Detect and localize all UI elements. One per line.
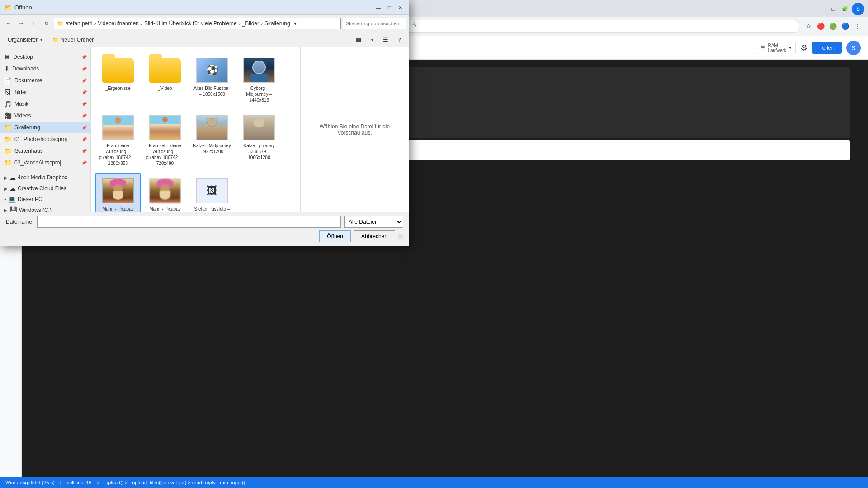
- chrome-ext-3[interactable]: 🔵: [840, 21, 850, 32]
- file-item-ergebnisse[interactable]: _Ergebnisse: [95, 52, 141, 108]
- search-input[interactable]: [346, 21, 408, 26]
- skalierung-icon: 📁: [4, 124, 12, 131]
- dropbox-icon: ☁: [9, 174, 16, 181]
- dialog-titlebar: 📂 Öffnen — □ ✕: [0, 0, 409, 15]
- chrome-menu-icon[interactable]: ⋮: [852, 21, 863, 32]
- sidebar-item-music[interactable]: 🎵 Musik 📌: [0, 98, 90, 110]
- search-icon: 🔍: [410, 20, 417, 27]
- organize-btn[interactable]: Organisieren ▾: [4, 35, 46, 44]
- sidebar-item-skalierung[interactable]: 📁 Skalierung 📌: [0, 122, 90, 133]
- thumb-frau-sehr-klein: [149, 115, 181, 140]
- thumb-katze-mid: [196, 115, 228, 140]
- dialog-sidebar: 🖥 Desktop 📌 ⬇ Downloads 📌 📄 Dokumente 📌 …: [0, 47, 91, 212]
- help-btn[interactable]: ?: [393, 35, 405, 45]
- pictures-icon: 🖼: [4, 89, 10, 96]
- organize-chevron: ▾: [40, 38, 42, 42]
- filename-input[interactable]: [37, 216, 341, 228]
- photoshop-icon: 📁: [4, 136, 12, 143]
- music-icon: 🎵: [4, 100, 12, 108]
- view-list-btn[interactable]: ☰: [380, 35, 392, 45]
- preview-text: Wählen Sie eine Datei für die Vorschau a…: [310, 123, 400, 136]
- status-breadcrumb: upload() > _upload_files() > eval_js() >…: [105, 480, 245, 485]
- search-box[interactable]: 🔍: [343, 18, 406, 29]
- file-item-katze-pix[interactable]: Katze - pixabay 3336579 – 1066x1280: [236, 109, 282, 171]
- new-folder-btn[interactable]: 📁 Neuer Ordner: [49, 35, 97, 44]
- status-executing: Wird ausgeführt (25 s): [5, 480, 55, 485]
- sidebar-group-cc-files[interactable]: ▶ ☁ Creative Cloud Files: [0, 183, 90, 194]
- minimize-icon[interactable]: —: [816, 4, 826, 14]
- windows-c-icon: 💾: [9, 206, 17, 212]
- dialog-back-btn[interactable]: ←: [3, 18, 14, 29]
- new-folder-icon: 📁: [52, 37, 59, 43]
- documents-icon: 📄: [4, 77, 12, 84]
- chrome-ext-2[interactable]: 🟢: [827, 21, 838, 32]
- maximize-icon[interactable]: □: [828, 4, 838, 14]
- dialog-minimize-btn[interactable]: —: [373, 3, 383, 13]
- thumb-frau-klein: [102, 115, 134, 140]
- thumb-stefan: 🖼: [196, 178, 228, 203]
- sidebar-item-desktop[interactable]: 🖥 Desktop 📌: [0, 51, 90, 63]
- file-item-frau-sehr-klein[interactable]: Frau sehr kleine Auflösung – pixabay 186…: [142, 109, 188, 171]
- file-item-frau-klein[interactable]: Frau kleine Auflösung – pixabay 1867421 …: [95, 109, 141, 171]
- file-open-dialog: 📂 Öffnen — □ ✕ ← → ↑ ↻ 📁 stefan petri › …: [0, 0, 409, 246]
- cc-files-icon: ☁: [9, 185, 16, 192]
- dialog-close-btn[interactable]: ✕: [395, 3, 405, 13]
- view-dropdown-btn[interactable]: ▾: [366, 35, 378, 45]
- user-avatar[interactable]: S: [846, 41, 861, 55]
- file-item-katze-mid[interactable]: Katze - Midjourney - 922x1200: [189, 109, 235, 171]
- sidebar-item-photoshop[interactable]: 📁 01_Photoshop.tscproj 📌: [0, 133, 90, 145]
- settings-icon[interactable]: ⚙: [800, 43, 807, 53]
- downloads-icon: ⬇: [4, 65, 9, 72]
- view-icon-btn[interactable]: ▦: [353, 35, 364, 45]
- folder-icon-ergebnisse: [102, 58, 134, 83]
- cancel-button[interactable]: Abbrechen: [354, 230, 395, 242]
- file-item-video[interactable]: _Video: [142, 52, 188, 108]
- dialog-address-bar: ← → ↑ ↻ 📁 stefan petri › Videoaufnahmen …: [0, 15, 409, 32]
- extensions-icon[interactable]: 🧩: [840, 4, 850, 14]
- sidebar-item-documents[interactable]: 📄 Dokumente 📌: [0, 75, 90, 86]
- preview-pane: Wählen Sie eine Datei für die Vorschau a…: [300, 47, 409, 212]
- folder-icon-video: [149, 58, 181, 83]
- share-button[interactable]: Teilen: [812, 42, 842, 54]
- open-button[interactable]: Öffnen: [319, 230, 351, 242]
- filetype-select[interactable]: Alle Dateien: [344, 216, 403, 228]
- dialog-toolbar: Organisieren ▾ 📁 Neuer Ordner ▦ ▾ ☰ ?: [0, 32, 409, 47]
- file-item-mann-blur[interactable]: Mann - Pixabay 613601 – 1280x1280_versch…: [142, 173, 188, 212]
- sidebar-group-dieser-pc[interactable]: ▾ 💻 Dieser PC: [0, 194, 90, 205]
- status-bar: Wird ausgeführt (25 s) | cell line: 16 >…: [0, 477, 868, 488]
- chrome-profile-icon[interactable]: S: [852, 3, 864, 15]
- dialog-up-btn[interactable]: ↑: [28, 18, 39, 29]
- sidebar-item-videos[interactable]: 🎥 Videos 📌: [0, 110, 90, 122]
- ram-indicator: ≡ RAM Laufwerk ▾: [757, 42, 796, 54]
- filename-label: Dateiname:: [6, 219, 33, 225]
- dialog-refresh-btn[interactable]: ↻: [41, 18, 52, 29]
- dialog-forward-btn[interactable]: →: [16, 18, 27, 29]
- sidebar-item-downloads[interactable]: ⬇ Downloads 📌: [0, 63, 90, 75]
- disk-label: Laufwerk: [768, 48, 786, 53]
- thumb-cyborg: [243, 58, 275, 83]
- sidebar-group-windows-c[interactable]: ▶ 💾 Windows (C:): [0, 205, 90, 212]
- file-item-mann-orig[interactable]: Mann - Pixabay 613601 – 1280x1280_origin…: [95, 173, 141, 212]
- file-item-cyborg[interactable]: Cyborg - Midjourney – 1440x816: [236, 52, 282, 108]
- sidebar-group-dropbox[interactable]: ▶ ☁ 4eck Media Dropbox: [0, 172, 90, 183]
- resize-handle[interactable]: [398, 234, 403, 239]
- sidebar-item-gartenhaus[interactable]: 📁 Gartenhaus 📌: [0, 145, 90, 157]
- thumb-fussball: ⚽: [196, 58, 228, 83]
- videos-icon: 🎥: [4, 112, 12, 119]
- gartenhaus-icon: 📁: [4, 147, 12, 155]
- sidebar-item-vanceai[interactable]: 📁 03_VanceAI.tscproj 📌: [0, 157, 90, 169]
- bookmark-icon[interactable]: ☆: [803, 21, 814, 32]
- sidebar-item-pictures[interactable]: 🖼 Bilder 📌: [0, 86, 90, 98]
- ram-label: RAM: [768, 43, 786, 48]
- chrome-ext-1[interactable]: 🔴: [815, 21, 826, 32]
- dialog-content: 🖥 Desktop 📌 ⬇ Downloads 📌 📄 Dokumente 📌 …: [0, 47, 409, 212]
- dialog-maximize-btn[interactable]: □: [384, 3, 394, 13]
- address-path[interactable]: 📁 stefan petri › Videoaufnahmen › Bild-K…: [54, 18, 341, 29]
- desktop-icon: 🖥: [4, 53, 10, 61]
- thumb-katze-pix: [243, 115, 275, 140]
- file-grid: _Ergebnisse _Video ⚽ Altes Bild Fussball…: [91, 47, 300, 212]
- status-cell-info: cell line: 16: [67, 480, 92, 485]
- file-item-stefan[interactable]: 🖼 Stefan Passfoto – 525x699: [189, 173, 235, 212]
- ram-chevron[interactable]: ▾: [789, 45, 792, 51]
- file-item-fussball[interactable]: ⚽ Altes Bild Fussball – 1050x1500: [189, 52, 235, 108]
